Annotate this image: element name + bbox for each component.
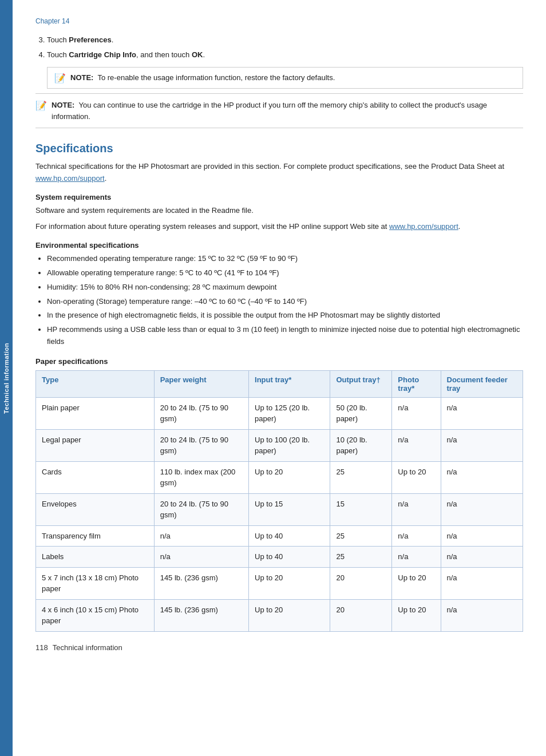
table-cell: n/a <box>392 525 441 547</box>
table-cell: Up to 20 <box>249 567 330 599</box>
system-req-text2: For information about future operating s… <box>35 221 523 233</box>
table-cell: Up to 20 <box>249 461 330 493</box>
system-req-title: System requirements <box>35 193 523 201</box>
table-cell: n/a <box>154 525 248 547</box>
env-bullet-5: In the presence of high electromagnetic … <box>47 310 523 322</box>
specifications-title: Specifications <box>35 142 523 155</box>
table-row: Labelsn/aUp to 4025n/an/a <box>36 547 523 568</box>
steps-list: Touch Preferences. Touch Cartridge Chip … <box>47 34 523 60</box>
table-header-row: Type Paper weight Input tray* Output tra… <box>36 370 523 397</box>
col-input-tray: Input tray* <box>249 370 330 397</box>
note-box-1: 📝 NOTE: To re-enable the usage informati… <box>47 67 523 89</box>
col-doc-feeder: Document feeder tray <box>441 370 523 397</box>
col-photo-tray: Photo tray* <box>392 370 441 397</box>
table-cell: Up to 100 (20 lb. paper) <box>249 429 330 461</box>
step-4: Touch Cartridge Chip Info, and then touc… <box>47 49 523 61</box>
table-cell: Up to 40 <box>249 525 330 547</box>
table-cell: 20 <box>330 599 392 631</box>
col-type: Type <box>36 370 155 397</box>
table-cell: Up to 125 (20 lb. paper) <box>249 397 330 429</box>
table-cell: n/a <box>441 599 523 631</box>
table-row: Legal paper20 to 24 lb. (75 to 90 gsm)Up… <box>36 429 523 461</box>
table-cell: n/a <box>441 525 523 547</box>
table-cell: 25 <box>330 461 392 493</box>
paper-specs-table: Type Paper weight Input tray* Output tra… <box>35 370 523 632</box>
table-cell: n/a <box>392 547 441 568</box>
table-cell: n/a <box>441 461 523 493</box>
env-bullet-1: Recommended operating temperature range:… <box>47 253 523 265</box>
side-tab: Technical information <box>0 0 13 756</box>
table-cell: 4 x 6 inch (10 x 15 cm) Photo paper <box>36 599 155 631</box>
table-cell: Up to 40 <box>249 547 330 568</box>
note-icon-1: 📝 <box>54 73 66 84</box>
table-cell: Labels <box>36 547 155 568</box>
table-row: Envelopes20 to 24 lb. (75 to 90 gsm)Up t… <box>36 493 523 525</box>
table-cell: Up to 20 <box>392 599 441 631</box>
table-cell: 50 (20 lb. paper) <box>330 397 392 429</box>
table-cell: n/a <box>441 397 523 429</box>
table-cell: n/a <box>392 397 441 429</box>
table-cell: 145 lb. (236 gsm) <box>154 567 248 599</box>
env-bullet-6: HP recommends using a USB cable less tha… <box>47 324 523 348</box>
table-cell: n/a <box>392 429 441 461</box>
table-cell: n/a <box>441 493 523 525</box>
note-text-2: NOTE: You can continue to use the cartri… <box>52 100 523 122</box>
table-cell: n/a <box>441 429 523 461</box>
table-body: Plain paper20 to 24 lb. (75 to 90 gsm)Up… <box>36 397 523 631</box>
table-cell: Up to 20 <box>392 567 441 599</box>
table-cell: 20 to 24 lb. (75 to 90 gsm) <box>154 397 248 429</box>
table-cell: 110 lb. index max (200 gsm) <box>154 461 248 493</box>
note-text-1: NOTE: To re-enable the usage information… <box>70 72 335 84</box>
chapter-label: Chapter 14 <box>35 17 523 25</box>
page-number: 118 <box>35 643 48 652</box>
env-bullet-3: Humidity: 15% to 80% RH non-condensing; … <box>47 282 523 294</box>
table-cell: 20 to 24 lb. (75 to 90 gsm) <box>154 493 248 525</box>
table-cell: Up to 20 <box>249 599 330 631</box>
hp-support-link-1[interactable]: www.hp.com/support <box>35 174 105 183</box>
footer-text: Technical information <box>53 643 122 652</box>
table-cell: 5 x 7 inch (13 x 18 cm) Photo paper <box>36 567 155 599</box>
table-cell: Cards <box>36 461 155 493</box>
system-req-text1: Software and system requirements are loc… <box>35 205 523 217</box>
table-row: Cards110 lb. index max (200 gsm)Up to 20… <box>36 461 523 493</box>
table-cell: Up to 20 <box>392 461 441 493</box>
paper-specs-title: Paper specifications <box>35 357 523 366</box>
note-icon-2: 📝 <box>35 100 47 111</box>
table-cell: n/a <box>154 547 248 568</box>
table-cell: Up to 15 <box>249 493 330 525</box>
note-label-2: NOTE: <box>52 101 74 109</box>
step-3-bold: Preferences <box>69 35 111 44</box>
table-cell: Legal paper <box>36 429 155 461</box>
table-row: 4 x 6 inch (10 x 15 cm) Photo paper145 l… <box>36 599 523 631</box>
side-tab-label: Technical information <box>3 343 10 414</box>
step-4-bold2: OK <box>192 50 203 59</box>
table-cell: 10 (20 lb. paper) <box>330 429 392 461</box>
specifications-intro: Technical specifications for the HP Phot… <box>35 161 523 185</box>
table-cell: 20 to 24 lb. (75 to 90 gsm) <box>154 429 248 461</box>
table-cell: Envelopes <box>36 493 155 525</box>
col-output-tray: Output tray† <box>330 370 392 397</box>
table-cell: n/a <box>392 493 441 525</box>
note-content-2: You can continue to use the cartridge in… <box>52 101 487 121</box>
table-cell: n/a <box>441 567 523 599</box>
table-row: Plain paper20 to 24 lb. (75 to 90 gsm)Up… <box>36 397 523 429</box>
table-cell: n/a <box>441 547 523 568</box>
note-label-1: NOTE: <box>70 73 93 82</box>
table-cell: 15 <box>330 493 392 525</box>
note-box-2: 📝 NOTE: You can continue to use the cart… <box>35 93 523 128</box>
note-content-1: To re-enable the usage information funct… <box>97 73 335 82</box>
table-row: Transparency filmn/aUp to 4025n/an/a <box>36 525 523 547</box>
page-footer: 118 Technical information <box>35 643 523 652</box>
table-row: 5 x 7 inch (13 x 18 cm) Photo paper145 l… <box>36 567 523 599</box>
table-cell: 25 <box>330 525 392 547</box>
hp-support-link-2[interactable]: www.hp.com/support <box>389 222 458 231</box>
step-4-bold1: Cartridge Chip Info <box>69 50 136 59</box>
table-cell: 145 lb. (236 gsm) <box>154 599 248 631</box>
col-paper-weight: Paper weight <box>154 370 248 397</box>
table-cell: 20 <box>330 567 392 599</box>
table-cell: Transparency film <box>36 525 155 547</box>
step-3: Touch Preferences. <box>47 34 523 46</box>
table-cell: 25 <box>330 547 392 568</box>
env-bullet-2: Allowable operating temperature range: 5… <box>47 267 523 279</box>
env-bullet-4: Non-operating (Storage) temperature rang… <box>47 296 523 308</box>
